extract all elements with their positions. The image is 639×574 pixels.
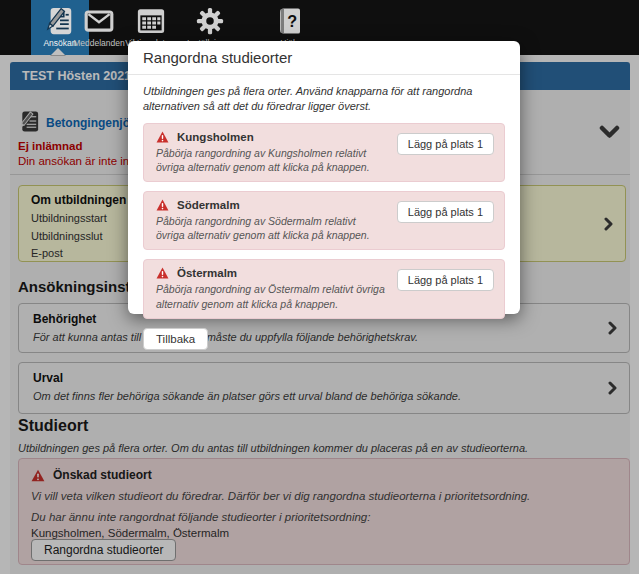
option-card-sodermalm: Södermalm Påbörja rangordning av Söderma… xyxy=(143,191,505,250)
warning-triangle-icon xyxy=(156,267,169,279)
modal-body: Utbildningen ges på flera orter. Använd … xyxy=(128,75,520,350)
option-text-kungsholmen: Påbörja rangordning av Kungsholmen relat… xyxy=(156,146,386,174)
calendar-icon xyxy=(136,6,166,36)
warning-triangle-icon xyxy=(156,199,169,211)
option-title-ostermalm: Östermalm xyxy=(177,267,237,279)
option-text-sodermalm: Påbörja rangordning av Södermalm relativ… xyxy=(156,214,386,242)
lagg-pa-plats-1-button-kungsholmen[interactable]: Lägg på plats 1 xyxy=(397,133,494,155)
nav-item-meddelanden[interactable]: Meddelanden xyxy=(70,0,128,55)
svg-text:?: ? xyxy=(287,12,297,30)
warning-triangle-icon xyxy=(156,131,169,143)
option-text-ostermalm: Påbörja rangordning av Östermalm relativ… xyxy=(156,282,386,310)
option-title-kungsholmen: Kungsholmen xyxy=(177,131,254,143)
option-card-kungsholmen: Kungsholmen Påbörja rangordning av Kungs… xyxy=(143,123,505,182)
settings-gear-icon xyxy=(195,6,225,36)
messages-icon xyxy=(84,6,114,36)
modal-title: Rangordna studieorter xyxy=(143,49,292,66)
rank-study-locations-modal: Rangordna studieorter Utbildningen ges p… xyxy=(128,41,520,314)
lagg-pa-plats-1-button-ostermalm[interactable]: Lägg på plats 1 xyxy=(397,269,494,291)
nav-label-meddelanden: Meddelanden xyxy=(73,38,125,48)
option-title-sodermalm: Södermalm xyxy=(177,199,240,211)
modal-header: Rangordna studieorter xyxy=(128,41,520,75)
modal-description: Utbildningen ges på flera orter. Använd … xyxy=(143,84,505,114)
tillbaka-button[interactable]: Tillbaka xyxy=(143,328,208,350)
lagg-pa-plats-1-button-sodermalm[interactable]: Lägg på plats 1 xyxy=(397,201,494,223)
option-card-ostermalm: Östermalm Påbörja rangordning av Österma… xyxy=(143,259,505,318)
help-book-icon: ? xyxy=(275,6,305,36)
